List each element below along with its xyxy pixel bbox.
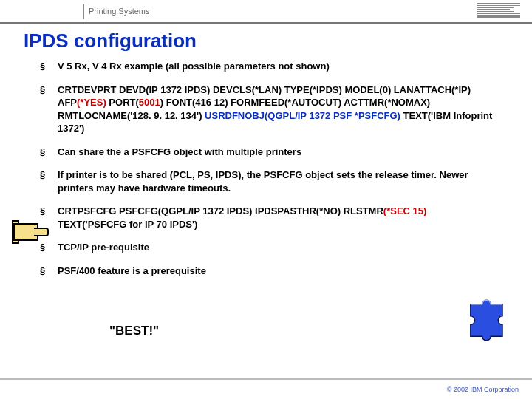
bullet-item: Can share the a PSFCFG object with multi… — [58, 146, 497, 159]
header-separator — [83, 4, 84, 19]
footer-rule — [0, 378, 532, 380]
header-section-label: Printing Systems — [89, 7, 150, 16]
bullet-text: PSF/400 feature is a prerequisite — [58, 265, 206, 276]
bullet-text: (*YES) — [77, 97, 106, 108]
bullet-text: USRDFNOBJ(QGPL/IP 1372 PSF *PSFCFG) — [205, 110, 400, 121]
header-bar: Printing Systems — [0, 0, 532, 22]
bullet-text: PORT( — [106, 97, 139, 108]
bullet-text: Can share the a PSFCFG object with multi… — [58, 146, 301, 157]
copyright-text: © 2002 IBM Corporation — [447, 386, 519, 393]
puzzle-piece-icon — [463, 291, 516, 344]
bullet-item: CRTDEVPRT DEVD(IP 1372 IPDS) DEVCLS(*LAN… — [58, 83, 497, 135]
bullet-text: TEXT('PSFCFG for IP 70 IPDS') — [58, 219, 197, 230]
bullet-text: TCP/IP pre-requisite — [58, 242, 149, 253]
bullet-item: V 5 Rx, V 4 Rx example (all possible par… — [58, 60, 497, 73]
page-title: IPDS configuration — [24, 30, 532, 52]
best-callout: "BEST!" — [109, 324, 159, 338]
bullet-text: V 5 Rx, V 4 Rx example (all possible par… — [58, 61, 330, 72]
bullet-text: CRTPSFCFG PSFCFG(QGPL/IP 1372 IPDS) IPDS… — [58, 205, 383, 216]
bullet-item: If printer is to be shared (PCL, PS, IPD… — [58, 168, 497, 194]
header-rule — [0, 22, 532, 24]
bullet-item: CRTPSFCFG PSFCFG(QGPL/IP 1372 IPDS) IPDS… — [58, 205, 497, 231]
bullet-item: TCP/IP pre-requisite — [58, 241, 497, 254]
bullet-text: 5001 — [139, 97, 160, 108]
pointing-hand-icon — [13, 220, 47, 244]
ibm-logo-icon — [477, 3, 520, 18]
bullet-text: (*SEC 15) — [383, 205, 427, 216]
bullet-list: V 5 Rx, V 4 Rx example (all possible par… — [58, 60, 497, 278]
bullet-text: If printer is to be shared (PCL, PS, IPD… — [58, 169, 468, 194]
bullet-item: PSF/400 feature is a prerequisite — [58, 265, 497, 278]
